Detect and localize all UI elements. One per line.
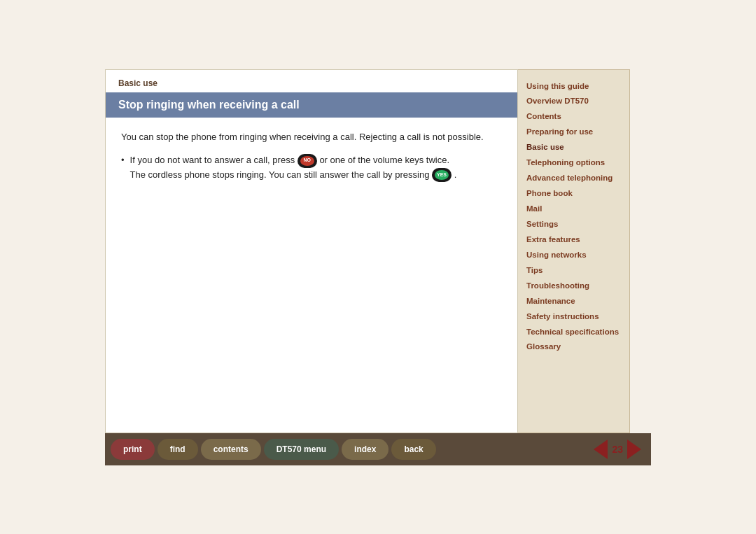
bullet-text-1: If you do not want to answer a call, pre… xyxy=(130,153,457,182)
bullet-period: . xyxy=(454,169,457,180)
sidebar-item-basic-use[interactable]: Basic use xyxy=(526,141,621,154)
sidebar-item-telephoning-options[interactable]: Telephoning options xyxy=(526,156,621,169)
sidebar-item-troubleshooting[interactable]: Troubleshooting xyxy=(526,279,621,293)
index-button[interactable]: index xyxy=(342,439,388,460)
toolbar: print find contents DT570 menu index bac… xyxy=(105,433,651,465)
contents-button[interactable]: contents xyxy=(201,439,261,460)
back-button[interactable]: back xyxy=(391,439,435,460)
yes-button-icon: YES xyxy=(432,168,451,182)
find-button[interactable]: find xyxy=(158,439,198,460)
sidebar-item-phone-book[interactable]: Phone book xyxy=(526,187,621,200)
content-body: You can stop the phone from ringing when… xyxy=(106,118,517,433)
dt570-menu-button[interactable]: DT570 menu xyxy=(264,439,339,460)
toolbar-buttons: print find contents DT570 menu index bac… xyxy=(105,439,442,460)
intro-paragraph: You can stop the phone from ringing when… xyxy=(121,130,502,144)
bullet-line2-text: The cordless phone stops ringing. You ca… xyxy=(130,169,430,180)
bullet-dot-1: • xyxy=(121,155,125,165)
sidebar-item-using-this-guide[interactable]: Using this guide xyxy=(526,80,621,93)
sidebar-item-settings[interactable]: Settings xyxy=(526,218,621,231)
sidebar-item-safety-instructions[interactable]: Safety instructions xyxy=(526,310,621,323)
previous-page-arrow[interactable] xyxy=(594,440,608,459)
main-container: Basic use Stop ringing when receiving a … xyxy=(105,69,651,433)
page-number: 23 xyxy=(612,444,623,455)
bullet-line1-text: If you do not want to answer a call, pre… xyxy=(130,155,295,165)
yes-button-inner: YES xyxy=(435,170,449,180)
page-wrapper: Basic use Stop ringing when receiving a … xyxy=(0,0,756,534)
sidebar-item-maintenance[interactable]: Maintenance xyxy=(526,295,621,308)
no-button-icon: NO xyxy=(298,154,317,168)
sidebar-item-extra-features[interactable]: Extra features xyxy=(526,233,621,246)
sidebar-item-mail[interactable]: Mail xyxy=(526,202,621,216)
sidebar-item-technical-specifications[interactable]: Technical specifications xyxy=(526,325,621,339)
sidebar-item-advanced-telephoning[interactable]: Advanced telephoning xyxy=(526,171,621,185)
sidebar: Using this guide Overview DT570 Contents… xyxy=(518,69,630,433)
print-button[interactable]: print xyxy=(111,439,155,460)
sidebar-item-glossary[interactable]: Glossary xyxy=(526,340,621,353)
sidebar-item-contents[interactable]: Contents xyxy=(526,110,621,123)
breadcrumb: Basic use xyxy=(106,70,517,92)
sidebar-item-using-networks[interactable]: Using networks xyxy=(526,248,621,262)
sidebar-item-tips[interactable]: Tips xyxy=(526,264,621,277)
next-page-arrow[interactable] xyxy=(627,440,641,459)
no-button-inner: NO xyxy=(300,156,314,166)
sidebar-item-preparing-for-use[interactable]: Preparing for use xyxy=(526,125,621,139)
sidebar-item-overview-dt570[interactable]: Overview DT570 xyxy=(526,94,621,108)
bullet-line1b-text: or one of the volume keys twice. xyxy=(319,155,449,165)
toolbar-nav: 23 xyxy=(594,440,651,459)
section-title: Stop ringing when receiving a call xyxy=(106,92,517,118)
bullet-item-1: • If you do not want to answer a call, p… xyxy=(121,153,502,182)
content-area: Basic use Stop ringing when receiving a … xyxy=(105,69,518,433)
